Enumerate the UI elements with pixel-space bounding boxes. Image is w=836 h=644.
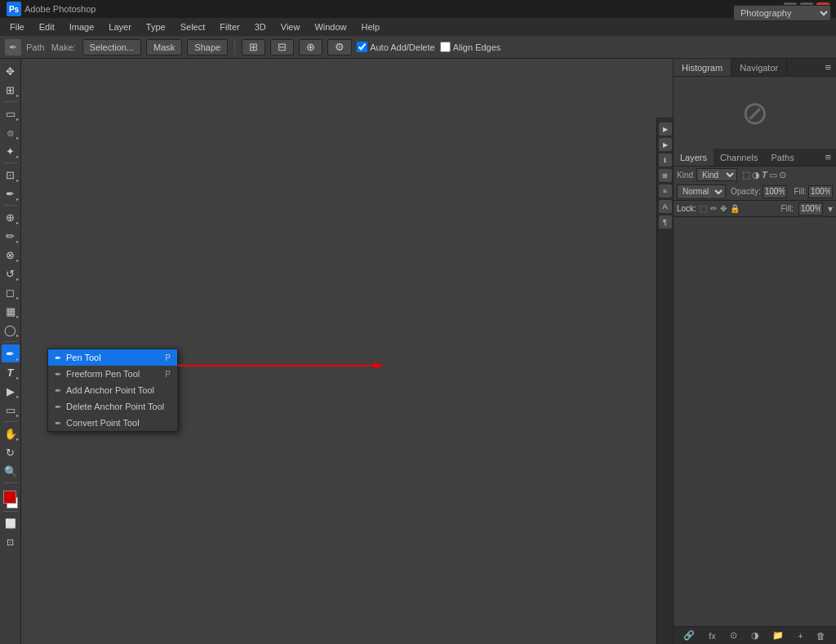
pen-tool-flyout-label: Pen Tool — [66, 353, 101, 362]
histogram-panel-close[interactable]: ≡ — [820, 61, 836, 73]
freeform-pen-tool-flyout-item[interactable]: ✒ Freeform Pen Tool P — [48, 366, 177, 382]
selection-button[interactable]: Selection... — [82, 39, 141, 56]
zoom-tool-button[interactable]: 🔍 — [2, 462, 20, 480]
screen-mode-button[interactable]: ⊡ — [2, 533, 20, 551]
path-selection-tool-button[interactable]: ▶▸ — [2, 382, 20, 400]
healing-brush-tool-button[interactable]: ⊕▸ — [2, 208, 20, 226]
align-edges-checkbox[interactable] — [440, 42, 451, 52]
menu-select[interactable]: Select — [174, 20, 212, 33]
menu-file[interactable]: File — [3, 20, 31, 33]
menu-view[interactable]: View — [274, 20, 307, 33]
add-anchor-flyout-label: Add Anchor Point Tool — [66, 385, 154, 395]
crop-tool-button[interactable]: ⊡▸ — [2, 166, 20, 184]
menu-edit[interactable]: Edit — [33, 20, 61, 33]
pen-tool-flyout-shortcut: P — [165, 353, 171, 362]
lock-all-icon[interactable]: 🔒 — [730, 204, 740, 213]
layer-mask-button[interactable]: ⊙ — [727, 628, 740, 642]
path-arrange-button[interactable]: ⊕ — [299, 39, 322, 56]
gradient-tool-button[interactable]: ▦▸ — [2, 302, 20, 320]
edge-btn-4[interactable]: ⊞ — [659, 169, 672, 182]
quick-mask-button[interactable]: ⬜ — [2, 514, 20, 532]
workspace-dropdown[interactable]: Photography — [733, 5, 831, 21]
menu-filter[interactable]: Filter — [213, 20, 246, 33]
layer-fx-button[interactable]: fx — [706, 629, 718, 642]
path-ops-button[interactable]: ⊞ — [242, 39, 265, 56]
shape-tool-button[interactable]: ▭▸ — [2, 401, 20, 419]
layer-link-button[interactable]: 🔗 — [681, 628, 697, 642]
eraser-tool-button[interactable]: ◻▸ — [2, 283, 20, 301]
kind-icon-adj[interactable]: ◑ — [752, 170, 760, 180]
edge-btn-1[interactable]: ▶ — [659, 122, 672, 135]
history-brush-tool-button[interactable]: ↺▸ — [2, 264, 20, 282]
new-group-button[interactable]: 📁 — [770, 628, 786, 642]
rotate-view-tool-button[interactable]: ↻ — [2, 443, 20, 461]
brush-tool-button[interactable]: ✏▸ — [2, 227, 20, 245]
marquee-tool-button[interactable]: ▭▸ — [2, 104, 20, 122]
pen-tool-button[interactable]: ✒▸ — [2, 344, 20, 362]
edge-btn-3[interactable]: ℹ — [659, 153, 672, 167]
path-align-button[interactable]: ⊟ — [270, 39, 294, 56]
edge-btn-5[interactable]: ≡ — [659, 184, 672, 198]
artboard-tool-button[interactable]: ⊞▸ — [2, 81, 20, 99]
kind-dropdown[interactable]: Kind — [696, 168, 737, 181]
add-anchor-flyout-item[interactable]: ✒ Add Anchor Point Tool — [48, 382, 177, 398]
shape-button[interactable]: Shape — [187, 39, 228, 56]
kind-icon-pixel[interactable]: ⬚ — [742, 170, 750, 180]
delete-anchor-flyout-label: Delete Anchor Point Tool — [66, 402, 164, 411]
kind-icon-shape[interactable]: ▭ — [769, 170, 777, 180]
lasso-tool-button[interactable]: ⌾▸ — [2, 123, 20, 141]
layers-panel-menu[interactable]: ≡ — [820, 151, 836, 163]
histogram-navigator-panel: Histogram Navigator ≡ ⊘ — [674, 59, 836, 149]
fill-dropdown-icon[interactable]: ▾ — [828, 203, 833, 215]
edge-btn-6[interactable]: A — [659, 200, 672, 213]
pen-tool-flyout: ✒ Pen Tool P ✒ Freeform Pen Tool P ✒ Add… — [47, 349, 178, 432]
kind-icon-type[interactable]: T — [762, 170, 767, 180]
foreground-color[interactable] — [3, 491, 16, 504]
eyedropper-tool-button[interactable]: ✒▸ — [2, 184, 20, 202]
blend-mode-dropdown[interactable]: Normal — [677, 184, 726, 199]
canvas-area[interactable]: ✒ Pen Tool P ✒ Freeform Pen Tool P ✒ Add… — [21, 59, 673, 644]
histogram-tab[interactable]: Histogram — [674, 59, 732, 76]
hand-tool-button[interactable]: ✋▸ — [2, 424, 20, 442]
delete-anchor-flyout-item[interactable]: ✒ Delete Anchor Point Tool — [48, 398, 177, 415]
pen-tool-options-icon: ✒ — [5, 39, 21, 56]
menu-help[interactable]: Help — [355, 20, 387, 33]
navigator-tab[interactable]: Navigator — [732, 59, 787, 76]
mask-button[interactable]: Mask — [146, 39, 182, 56]
color-swatches — [2, 487, 20, 509]
menu-image[interactable]: Image — [63, 20, 101, 33]
app-title: Adobe Photoshop — [24, 4, 96, 14]
auto-add-delete-checkbox[interactable] — [357, 42, 367, 52]
opacity-input[interactable] — [763, 185, 787, 198]
menu-3d[interactable]: 3D — [248, 20, 273, 33]
lock-position-icon[interactable]: ✥ — [720, 204, 727, 213]
new-adjustment-button[interactable]: ◑ — [749, 628, 762, 642]
new-layer-button[interactable]: + — [795, 629, 805, 642]
dodge-tool-button[interactable]: ◯▸ — [2, 321, 20, 339]
quick-select-tool-button[interactable]: ✦▸ — [2, 142, 20, 160]
menu-window[interactable]: Window — [308, 20, 353, 33]
text-tool-button[interactable]: T▸ — [2, 363, 20, 381]
edge-btn-2[interactable]: ▶ — [659, 138, 672, 151]
fill-input-2[interactable] — [798, 202, 823, 215]
edge-btn-7[interactable]: ¶ — [659, 215, 672, 229]
menu-layer[interactable]: Layer — [102, 20, 138, 33]
path-settings-button[interactable]: ⚙ — [327, 39, 352, 56]
lock-image-icon[interactable]: ✏ — [710, 204, 717, 213]
menu-type[interactable]: Type — [140, 20, 172, 33]
right-edge-panel-strip: ▶ ▶ ℹ ⊞ ≡ A ¶ — [656, 118, 673, 644]
kind-icon-smart[interactable]: ⊙ — [779, 170, 786, 180]
convert-point-flyout-item[interactable]: ✒ Convert Point Tool — [48, 415, 177, 431]
lock-row: Lock: ⬚ ✏ ✥ 🔒 Fill: ▾ — [674, 201, 836, 217]
fill-label: Fill: — [794, 187, 807, 196]
fill-input[interactable] — [808, 185, 833, 198]
channels-tab[interactable]: Channels — [714, 149, 764, 166]
paths-tab[interactable]: Paths — [765, 149, 801, 166]
toolbar: ✥ ⊞▸ ▭▸ ⌾▸ ✦▸ ⊡▸ ✒▸ ⊕▸ ✏▸ ⊗▸ ↺▸ ◻▸ ▦▸ ◯▸… — [0, 59, 21, 644]
clone-stamp-tool-button[interactable]: ⊗▸ — [2, 246, 20, 264]
layers-tab[interactable]: Layers — [674, 149, 714, 166]
move-tool-button[interactable]: ✥ — [2, 62, 20, 80]
delete-layer-button[interactable]: 🗑 — [814, 629, 828, 642]
pen-tool-flyout-item[interactable]: ✒ Pen Tool P — [48, 349, 177, 366]
lock-transparent-icon[interactable]: ⬚ — [700, 204, 707, 213]
